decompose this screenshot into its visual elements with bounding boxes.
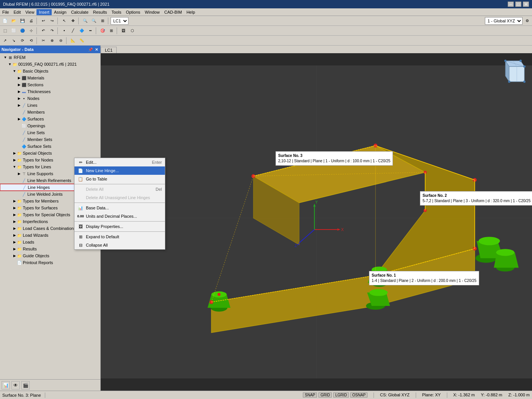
tb2-wireframe[interactable]: ⬡ (128, 27, 136, 35)
menu-help[interactable]: Help (184, 9, 198, 15)
tree-item-nodes[interactable]: ▶ • Nodes (0, 95, 100, 102)
nav-display-button[interactable]: 👁 (11, 381, 20, 390)
tree-item-openings[interactable]: ⬜ Openings (0, 122, 100, 129)
tb2-render[interactable]: 🖼 (119, 27, 128, 35)
tb-save[interactable]: 💾 (18, 17, 27, 25)
tree-item-basic-objects[interactable]: ▼ 📁 Basic Objects (0, 68, 100, 74)
tb-new[interactable]: 📄 (1, 17, 9, 25)
maximize-button[interactable]: □ (515, 2, 521, 7)
tb-open[interactable]: 📂 (10, 17, 18, 25)
tb2-6[interactable]: ↷ (48, 27, 56, 35)
tb-zoom-out[interactable]: 🔍 (90, 17, 98, 25)
types-nodes-expand: ▶ (12, 158, 17, 162)
lgrid-badge[interactable]: LGRID (333, 393, 349, 397)
load-cases-label: Load Cases & Combinations (23, 226, 76, 231)
menu-view[interactable]: View (23, 9, 37, 15)
nav-close-button[interactable]: ✕ (94, 48, 99, 52)
tb-zoom-all[interactable]: ⊞ (98, 17, 107, 25)
tb-print[interactable]: 🖨 (27, 17, 35, 25)
tree-item-materials[interactable]: ▶ ⬛ Materials (0, 74, 100, 81)
tb2-3[interactable]: 🔵 (18, 27, 27, 35)
grid-badge[interactable]: GRID (318, 393, 332, 397)
tree-item-members[interactable]: ╱ Members (0, 109, 100, 116)
ctx-base-data[interactable]: 📊 Base Data... (74, 204, 165, 212)
menu-options[interactable]: Options (124, 9, 142, 15)
close-button[interactable]: ✕ (523, 2, 529, 7)
ctx-collapse-all[interactable]: ⊟ Collapse All (74, 241, 165, 249)
tb3-8[interactable]: 📐 (69, 36, 77, 45)
tb2-2[interactable]: ⬜ (10, 27, 18, 35)
tb-redo[interactable]: ↪ (48, 17, 56, 25)
tree-item-lines[interactable]: ▶ ╱ Lines (0, 102, 100, 109)
menu-insert[interactable]: Insert (36, 9, 52, 15)
tb-cs-settings[interactable]: ⚙ (523, 17, 531, 25)
ctx-display-props[interactable]: 🖼 Display Properties... (74, 222, 165, 231)
tree-item-thicknesses[interactable]: ▶ ▬ Thicknesses (0, 88, 100, 95)
menu-assign[interactable]: Assign (52, 9, 69, 15)
lc-combo[interactable]: LC1 (111, 17, 128, 25)
3d-scene-svg: X Y Z (101, 53, 532, 391)
tb2-1[interactable]: ⬚ (1, 27, 9, 35)
tb2-line[interactable]: ╱ (69, 27, 77, 35)
menu-tools[interactable]: Tools (109, 9, 124, 15)
tree-item-rfem[interactable]: ▼ ⊞ RFEM (0, 54, 100, 61)
tb-move[interactable]: ✥ (69, 17, 77, 25)
tb2-surface[interactable]: 🔷 (78, 27, 86, 35)
tb3-5[interactable]: ✂ (39, 36, 48, 45)
tree-item-surface-sets[interactable]: 🔷 Surface Sets (0, 143, 100, 150)
tb2-4[interactable]: ⊹ (27, 27, 35, 35)
ctx-units-decimals[interactable]: 0.00 Units and Decimal Places... (74, 212, 165, 220)
toolbar3-sep-1 (36, 37, 38, 44)
tree-item-guide-objects[interactable]: ▶ 📁 Guide Objects (0, 252, 100, 259)
tb3-6[interactable]: ⊕ (48, 36, 56, 45)
tb3-2[interactable]: ↘ (10, 36, 18, 45)
ctx-sep-2 (74, 203, 165, 203)
tb3-9[interactable]: 📏 (78, 36, 86, 45)
toolbar-sep-4 (108, 17, 109, 24)
imperfections-icon: 📁 (17, 219, 22, 224)
tree-item-project[interactable]: ▼ 📁 001995_FAQ 000271.rf6 | 2021 (0, 61, 100, 68)
tree-item-surfaces[interactable]: ▶ 🔷 Surfaces (0, 116, 100, 122)
menu-cad-bim[interactable]: CAD-BIM (162, 9, 184, 15)
menu-calculate[interactable]: Calculate (69, 9, 91, 15)
menu-file[interactable]: File (0, 9, 11, 15)
tb2-grid[interactable]: ⊞ (107, 27, 116, 35)
tb3-4[interactable]: ⟲ (27, 36, 35, 45)
tree-item-sections[interactable]: ▶ ⬛ Sections (0, 81, 100, 88)
view-tab-lc1[interactable]: LC1 (101, 47, 117, 53)
nav-view-button[interactable]: 🎬 (21, 381, 30, 390)
snap-badge[interactable]: SNAP (303, 393, 317, 397)
cs-combo[interactable]: 1 - Global XYZ (485, 17, 522, 25)
tree-item-printout-reports[interactable]: 📄 Printout Reports (0, 259, 100, 266)
ctx-edit[interactable]: ✏ Edit... Enter (74, 158, 165, 166)
ctx-goto-table[interactable]: 📋 Go to Table (74, 175, 165, 183)
project-icon: 📁 (12, 62, 17, 67)
tb2-member[interactable]: ━ (86, 27, 95, 35)
tb3-1[interactable]: ↗ (1, 36, 9, 45)
nav-pin-button[interactable]: 📌 (87, 48, 93, 52)
tb2-5[interactable]: ↶ (39, 27, 48, 35)
tb-select[interactable]: ↖ (60, 17, 68, 25)
tb2-node[interactable]: • (60, 27, 68, 35)
tb-undo[interactable]: ↩ (39, 17, 48, 25)
ctx-edit-shortcut: Enter (152, 160, 162, 165)
tree-item-member-sets[interactable]: ╱ Member Sets (0, 136, 100, 143)
tree-item-special-objects[interactable]: ▶ 📁 Special Objects (0, 150, 100, 157)
ctx-new-line-hinge[interactable]: 📄 New Line Hinge... (74, 166, 165, 175)
menu-window[interactable]: Window (142, 9, 162, 15)
tb2-snap[interactable]: 🎯 (98, 27, 107, 35)
menu-edit[interactable]: Edit (11, 9, 23, 15)
types-nodes-label: Types for Nodes (23, 158, 53, 162)
tb3-3[interactable]: ⟳ (18, 36, 27, 45)
project-expand-icon: ▼ (8, 62, 12, 66)
scene-container[interactable]: X Y Z Surface No. 3 (101, 53, 532, 391)
tree-item-line-sets[interactable]: ╱ Line Sets (0, 129, 100, 136)
minimize-button[interactable]: ─ (508, 2, 514, 7)
3d-cube-navigator[interactable] (498, 57, 528, 87)
ctx-expand-default[interactable]: ⊞ Expand to Default (74, 233, 165, 241)
osnap-badge[interactable]: OSNAP (350, 393, 367, 397)
nav-data-button[interactable]: 📊 (2, 381, 10, 390)
menu-results[interactable]: Results (91, 9, 109, 15)
tb3-7[interactable]: ⊖ (57, 36, 65, 45)
tb-zoom-in[interactable]: 🔍 (81, 17, 89, 25)
